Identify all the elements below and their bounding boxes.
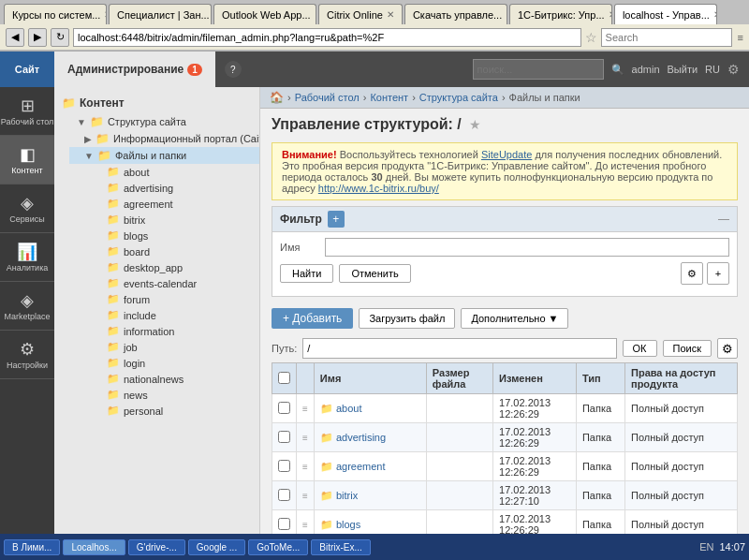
back-button[interactable]: ◀: [6, 28, 24, 47]
browser-tab-2[interactable]: Специалист | Зан... ✕: [109, 4, 212, 24]
folder-link[interactable]: agreement: [336, 461, 386, 472]
tree-item-board[interactable]: 📁 board: [77, 243, 259, 259]
tree-root-content[interactable]: 📁 Контент: [54, 93, 259, 113]
drag-handle-icon[interactable]: ≡: [302, 491, 308, 501]
menu-icon[interactable]: ≡: [738, 32, 743, 43]
filter-collapse-button[interactable]: —: [718, 213, 729, 226]
tree-item-advertising[interactable]: 📁 advertising: [77, 180, 259, 196]
folder-icon-cell: 📁: [320, 461, 333, 472]
tree-item-about[interactable]: 📁 about: [77, 164, 259, 180]
siteupdate-link[interactable]: SiteUpdate: [481, 149, 532, 160]
path-gear-button[interactable]: ⚙: [717, 338, 738, 359]
taskbar-button[interactable]: В Лими...: [4, 539, 60, 555]
tree-item-portal[interactable]: ▶ 📁 Информационный портал (Сait: [69, 130, 259, 147]
close-icon[interactable]: ✕: [387, 9, 394, 20]
tree-item-news[interactable]: 📁 news: [77, 387, 259, 403]
taskbar-button[interactable]: GoToMe...: [248, 539, 308, 555]
row-checkbox[interactable]: [278, 489, 290, 501]
browser-tab-4[interactable]: Citrix Online ✕: [318, 4, 403, 24]
add-button[interactable]: + Добавить: [272, 308, 353, 329]
row-checkbox[interactable]: [278, 460, 290, 472]
tree-item-job[interactable]: 📁 job: [77, 339, 259, 355]
row-checkbox[interactable]: [278, 431, 290, 443]
browser-tab-5[interactable]: Скачать управле... ✕: [404, 4, 507, 24]
folder-link[interactable]: blogs: [336, 519, 360, 530]
drag-handle-icon[interactable]: ≡: [302, 404, 308, 414]
user-link[interactable]: admin: [632, 64, 660, 75]
taskbar-button[interactable]: G'drive-...: [128, 539, 185, 555]
path-search-button[interactable]: Поиск: [663, 340, 712, 357]
sidebar-item-analytics[interactable]: 📊 Аналитика: [0, 233, 54, 282]
help-icon[interactable]: ?: [225, 61, 242, 78]
folder-link[interactable]: about: [336, 403, 362, 414]
app-search-input[interactable]: [473, 59, 604, 80]
breadcrumb-desktop[interactable]: Рабочий стол: [295, 92, 360, 103]
language-selector[interactable]: RU: [705, 64, 720, 75]
select-all-checkbox[interactable]: [278, 372, 290, 384]
tree-item-events-calendar[interactable]: 📁 events-calendar: [77, 275, 259, 291]
buy-link[interactable]: http://www.1c-bitrix.ru/buy/: [318, 183, 439, 194]
sidebar-item-marketplace[interactable]: ◈ Marketplace: [0, 282, 54, 331]
close-icon[interactable]: ✕: [713, 9, 717, 20]
drag-handle-icon[interactable]: ≡: [302, 462, 308, 472]
refresh-button[interactable]: ↻: [51, 28, 69, 47]
forward-button[interactable]: ▶: [28, 28, 47, 47]
favorite-icon[interactable]: ★: [469, 117, 481, 132]
sidebar-item-desktop[interactable]: ⊞ Рабочий стол: [0, 87, 54, 136]
path-bar: Путь: ОК Поиск ⚙: [260, 334, 749, 362]
drag-handle-icon[interactable]: ≡: [302, 520, 308, 530]
bookmark-icon[interactable]: ☆: [585, 30, 597, 45]
tree-item-structure[interactable]: ▼ 📁 Структура сайта: [62, 113, 259, 130]
sidebar-item-services[interactable]: ◈ Сервисы: [0, 184, 54, 233]
admin-tab[interactable]: Администрирование 1: [54, 52, 215, 87]
path-input[interactable]: [302, 338, 616, 359]
tree-item-desktop_app[interactable]: 📁 desktop_app: [77, 259, 259, 275]
tree-item-include[interactable]: 📁 include: [77, 307, 259, 323]
tree-item-information[interactable]: 📁 information: [77, 323, 259, 339]
close-icon[interactable]: ✕: [315, 9, 316, 20]
more-button[interactable]: Дополнительно ▼: [461, 308, 568, 329]
sidebar-item-settings[interactable]: ⚙ Настройки: [0, 331, 54, 379]
tree-item-login[interactable]: 📁 login: [77, 355, 259, 371]
tree-item-bitrix[interactable]: 📁 bitrix: [77, 212, 259, 228]
filter-cancel-button[interactable]: Отменить: [339, 264, 410, 283]
taskbar-button[interactable]: Google ...: [188, 539, 245, 555]
browser-tab-3[interactable]: Outlook Web App... ✕: [213, 4, 316, 24]
folder-link[interactable]: advertising: [336, 432, 386, 443]
tree-item-personal[interactable]: 📁 personal: [77, 403, 259, 419]
browser-search-input[interactable]: [601, 28, 732, 47]
folder-link[interactable]: bitrix: [336, 490, 358, 501]
settings-icon[interactable]: ⚙: [727, 62, 740, 77]
filter-add-button[interactable]: +: [328, 211, 345, 228]
browser-tab-7[interactable]: localhost - Управ... ✕: [614, 4, 717, 24]
filter-find-button[interactable]: Найти: [280, 264, 333, 283]
filter-plus-button[interactable]: +: [707, 262, 729, 285]
tree-item-forum[interactable]: 📁 forum: [77, 291, 259, 307]
close-icon[interactable]: ✕: [104, 9, 107, 20]
taskbar-button[interactable]: Localhos...: [63, 539, 125, 555]
filter-name-input[interactable]: [325, 238, 729, 257]
tree-item-files[interactable]: ▼ 📁 Файлы и папки: [69, 147, 259, 164]
upload-button[interactable]: Загрузить файл: [359, 308, 455, 329]
site-button[interactable]: Сайт: [0, 52, 54, 87]
exit-button[interactable]: Выйти: [668, 64, 698, 75]
search-button[interactable]: 🔍: [611, 64, 624, 76]
drag-handle-icon[interactable]: ≡: [302, 433, 308, 443]
breadcrumb-structure[interactable]: Структура сайта: [419, 92, 498, 103]
close-icon[interactable]: ✕: [609, 9, 612, 20]
tree-item-nationalnews[interactable]: 📁 nationalnews: [77, 371, 259, 387]
path-ok-button[interactable]: ОК: [623, 340, 657, 357]
row-checkbox[interactable]: [278, 518, 290, 530]
close-icon[interactable]: ✕: [506, 9, 507, 20]
tree-item-blogs[interactable]: 📁 blogs: [77, 228, 259, 243]
breadcrumb-content[interactable]: Контент: [370, 92, 408, 103]
address-bar[interactable]: [73, 28, 581, 47]
browser-tab-1[interactable]: Курсы по систем... ✕: [4, 4, 107, 24]
filter-gear-button[interactable]: ⚙: [681, 262, 703, 285]
row-checkbox[interactable]: [278, 402, 290, 414]
taskbar-button[interactable]: Bitrix-Ex...: [311, 539, 371, 555]
taskbar-lang[interactable]: EN: [699, 541, 713, 553]
browser-tab-6[interactable]: 1С-Битрикс: Упр... ✕: [509, 4, 612, 24]
sidebar-item-content[interactable]: ◧ Контент: [0, 136, 54, 184]
tree-item-agreement[interactable]: 📁 agreement: [77, 196, 259, 212]
